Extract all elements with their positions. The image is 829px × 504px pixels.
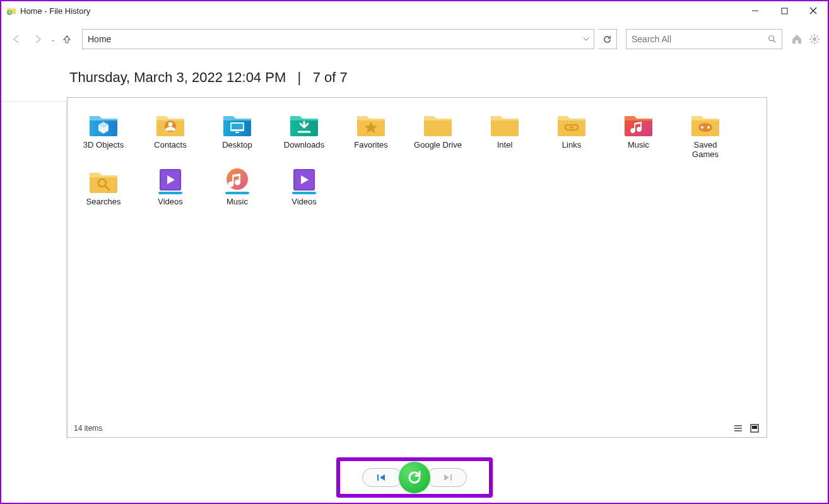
- folder-item[interactable]: Contacts: [146, 110, 195, 160]
- address-input[interactable]: [83, 30, 579, 49]
- folder-item[interactable]: Music: [614, 110, 663, 160]
- folder-label: Google Drive: [414, 141, 462, 150]
- search-input[interactable]: [632, 34, 768, 44]
- svg-rect-43: [450, 474, 452, 481]
- minimize-button[interactable]: [741, 1, 770, 20]
- folder-label: Saved Games: [681, 141, 730, 160]
- folder-favorites-icon: [355, 110, 387, 138]
- version-controls: [336, 457, 493, 498]
- folder-item[interactable]: Saved Games: [681, 110, 730, 160]
- svg-point-17: [168, 122, 173, 127]
- svg-rect-41: [752, 426, 757, 429]
- folder-item[interactable]: Music: [213, 167, 262, 207]
- toolbar: ⌄: [1, 20, 828, 58]
- folder-item[interactable]: Google Drive: [413, 110, 462, 160]
- folder-label: Desktop: [222, 141, 252, 150]
- close-button[interactable]: [799, 1, 828, 20]
- library-videos-icon: [288, 167, 320, 195]
- address-dropdown[interactable]: [579, 30, 594, 49]
- view-icons-button[interactable]: [749, 423, 760, 434]
- gear-icon[interactable]: [808, 32, 821, 46]
- up-button[interactable]: [58, 30, 76, 48]
- folder-item[interactable]: Favorites: [346, 110, 396, 160]
- address-bar[interactable]: [82, 29, 594, 49]
- search-box[interactable]: [626, 29, 782, 49]
- snapshot-heading: Thursday, March 3, 2022 12:04 PM | 7 of …: [67, 69, 828, 86]
- svg-line-12: [811, 36, 813, 37]
- folder-item[interactable]: 3D Objects: [79, 110, 128, 160]
- restore-button[interactable]: [399, 462, 430, 493]
- folder-label: Favorites: [354, 141, 387, 150]
- next-version-button[interactable]: [426, 468, 467, 487]
- folder-label: Music: [628, 141, 649, 150]
- back-button[interactable]: [8, 30, 25, 48]
- svg-line-13: [817, 42, 818, 43]
- folder-item[interactable]: Videos: [279, 167, 329, 207]
- svg-point-24: [698, 123, 712, 132]
- home-icon[interactable]: [790, 32, 804, 46]
- svg-rect-19: [232, 124, 243, 129]
- folder-search-icon: [87, 167, 120, 195]
- svg-rect-36: [292, 192, 316, 194]
- svg-line-15: [817, 36, 818, 37]
- folder-downloads-icon: [288, 110, 320, 138]
- svg-rect-33: [225, 192, 249, 194]
- window-title: Home - File History: [20, 6, 90, 16]
- app-icon: [6, 6, 16, 16]
- file-pane: 3D Objects Contacts Desktop Downloads Fa…: [67, 97, 767, 438]
- svg-rect-20: [235, 132, 239, 133]
- folder-desktop-icon: [221, 110, 254, 138]
- folder-label: Intel: [497, 141, 513, 150]
- snapshot-position: 7 of 7: [313, 69, 348, 85]
- previous-version-button[interactable]: [362, 468, 403, 487]
- folder-item[interactable]: Downloads: [279, 110, 329, 160]
- folder-label: Links: [562, 141, 581, 150]
- svg-line-14: [811, 42, 813, 43]
- svg-rect-31: [158, 192, 182, 194]
- folder-label: 3D Objects: [83, 141, 124, 150]
- folder-item[interactable]: Searches: [79, 167, 128, 207]
- folder-item[interactable]: Intel: [480, 110, 529, 160]
- svg-point-26: [707, 126, 710, 129]
- folder-plain-icon: [488, 110, 521, 138]
- search-icon: [768, 35, 777, 44]
- folder-games-icon: [689, 110, 722, 138]
- folder-label: Searches: [86, 197, 121, 207]
- folder-label: Videos: [291, 197, 317, 207]
- library-videos-icon: [154, 167, 187, 195]
- folder-label: Downloads: [284, 141, 324, 150]
- sidebar-spacer: [1, 101, 67, 440]
- svg-point-5: [769, 36, 774, 41]
- library-music-icon: [221, 167, 254, 195]
- folder-label: Videos: [158, 197, 183, 207]
- folder-3d-icon: [87, 110, 120, 138]
- maximize-button[interactable]: [770, 1, 799, 20]
- folder-plain-icon: [421, 110, 454, 138]
- status-bar: 14 items: [68, 419, 767, 437]
- svg-rect-2: [782, 8, 787, 14]
- svg-point-7: [813, 37, 816, 41]
- svg-line-6: [773, 40, 776, 43]
- forward-button[interactable]: [29, 30, 47, 48]
- refresh-button[interactable]: [598, 29, 617, 49]
- recent-locations-dropdown[interactable]: ⌄: [50, 36, 56, 43]
- folder-item[interactable]: Desktop: [213, 110, 262, 160]
- folder-links-icon: [555, 110, 588, 138]
- svg-rect-42: [377, 474, 379, 481]
- items-grid: 3D Objects Contacts Desktop Downloads Fa…: [79, 110, 761, 207]
- titlebar: Home - File History: [1, 1, 828, 20]
- folder-label: Contacts: [154, 141, 186, 150]
- item-count: 14 items: [74, 424, 102, 433]
- svg-point-25: [701, 126, 703, 129]
- snapshot-datetime: Thursday, March 3, 2022 12:04 PM: [69, 69, 286, 85]
- folder-label: Music: [226, 197, 248, 207]
- folder-music-red-icon: [622, 110, 655, 138]
- folder-item[interactable]: Links: [547, 110, 596, 160]
- view-details-button[interactable]: [732, 423, 744, 434]
- folder-item[interactable]: Videos: [146, 167, 195, 207]
- folder-contacts-icon: [154, 110, 187, 138]
